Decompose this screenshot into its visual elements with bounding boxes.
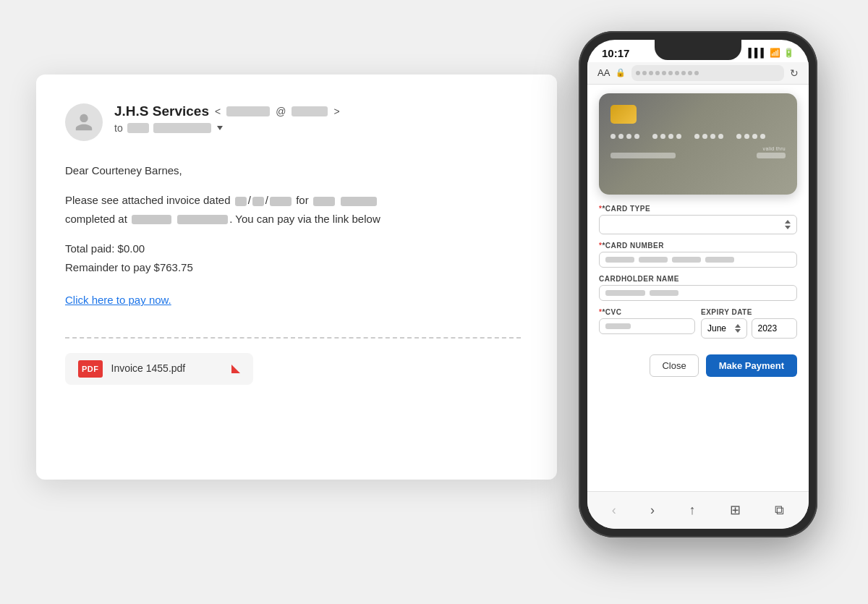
browser-bar: AA 🔒 — [587, 62, 809, 85]
url-dot-1 — [636, 71, 640, 75]
expiry-group: EXPIRY DATE June — [701, 308, 797, 339]
card-chip-icon — [610, 105, 637, 124]
pay-link[interactable]: Click here to pay now. — [65, 291, 171, 310]
email-para1: Please see attached invoice dated // for… — [65, 191, 521, 228]
month-arrow-down-icon — [735, 329, 741, 333]
redact-work1 — [313, 197, 335, 206]
url-dot-7 — [675, 71, 679, 75]
cardholder-redact-1 — [605, 290, 645, 296]
cardholder-group: CARDHOLDER NAME — [599, 275, 797, 301]
expiry-month-select[interactable]: June — [701, 318, 747, 339]
email-greeting: Dear Courteney Barnes, — [65, 161, 521, 180]
close-button[interactable]: Close — [650, 354, 698, 377]
card-dot-1 — [610, 134, 616, 139]
card-dot-16 — [760, 134, 765, 139]
nav-bookmarks-icon[interactable]: ⊞ — [730, 502, 741, 518]
to-label: to — [114, 122, 123, 134]
cardholder-input[interactable] — [599, 285, 797, 301]
expiry-year-value: 2023 — [758, 323, 778, 333]
redacted-to-name-2 — [153, 123, 211, 133]
person-icon — [74, 112, 94, 132]
redacted-email-domain — [292, 106, 328, 116]
payment-buttons: Close Make Payment — [599, 354, 797, 377]
card-bottom: valid thru — [610, 146, 786, 158]
battery-icon: 🔋 — [783, 48, 794, 58]
avatar — [65, 103, 103, 141]
card-dot-7 — [668, 134, 673, 139]
email-card: J.H.S Services < @ > to Dear Courteney B… — [36, 75, 557, 480]
url-dot-4 — [655, 71, 660, 75]
card-number-dots — [610, 134, 786, 139]
card-valid-label: valid thru — [757, 146, 786, 151]
pdf-attachment[interactable]: PDF Invoice 1455.pdf — [65, 353, 253, 386]
remainder-line: Remainder to pay $763.75 — [65, 258, 521, 277]
card-num-redact-4 — [705, 257, 734, 263]
dropdown-arrow-icon[interactable] — [217, 126, 223, 130]
browser-lock-icon: 🔒 — [616, 68, 626, 77]
card-valid-bar — [757, 153, 786, 158]
nav-tabs-icon[interactable]: ⧉ — [775, 503, 784, 518]
cvc-expiry-row: **CVC EXPIRY DATE June — [599, 308, 797, 346]
expiry-month-arrows — [735, 324, 741, 333]
card-type-group: **CARD TYPE — [599, 205, 797, 234]
email-from-row: J.H.S Services < @ > — [114, 103, 521, 119]
pdf-filename: Invoice 1455.pdf — [111, 360, 186, 378]
arrow-down-icon — [785, 226, 791, 229]
url-dot-5 — [662, 71, 666, 75]
url-dot-8 — [681, 71, 686, 75]
browser-url-bar[interactable] — [631, 65, 784, 81]
nav-back-icon[interactable]: ‹ — [612, 503, 616, 518]
cvc-label: **CVC — [599, 308, 695, 316]
card-type-arrows — [785, 220, 791, 229]
cardholder-label: CARDHOLDER NAME — [599, 275, 797, 283]
url-redacted — [636, 71, 699, 75]
expiry-label: EXPIRY DATE — [701, 308, 797, 316]
redacted-to-name-1 — [127, 123, 149, 133]
card-type-select[interactable] — [599, 215, 797, 234]
email-to-row: to — [114, 122, 521, 134]
phone-inner: 10:17 ▌▌▌ 📶 🔋 AA 🔒 — [587, 40, 809, 529]
card-dot-3 — [626, 134, 631, 139]
expiry-month-value: June — [707, 323, 726, 333]
scene: J.H.S Services < @ > to Dear Courteney B… — [36, 31, 832, 574]
url-dot-10 — [694, 71, 699, 75]
phone-outer: 10:17 ▌▌▌ 📶 🔋 AA 🔒 — [579, 31, 817, 537]
redact-date-d — [235, 197, 247, 206]
card-num-redact-2 — [639, 257, 668, 263]
nav-share-icon[interactable]: ↑ — [689, 503, 695, 518]
card-num-redact-1 — [605, 257, 634, 263]
expiry-year-input[interactable]: 2023 — [752, 318, 798, 339]
cvc-redact — [605, 323, 631, 329]
card-dot-11 — [710, 134, 715, 139]
phone-mockup: 10:17 ▌▌▌ 📶 🔋 AA 🔒 — [579, 31, 817, 537]
card-dot-15 — [752, 134, 757, 139]
cvc-input[interactable] — [599, 318, 695, 334]
url-dot-2 — [642, 71, 647, 75]
card-dot-13 — [736, 134, 741, 139]
sender-name: J.H.S Services — [114, 103, 209, 119]
redact-date-m — [252, 197, 264, 206]
card-dot-4 — [634, 134, 639, 139]
card-dot-14 — [744, 134, 749, 139]
make-payment-button[interactable]: Make Payment — [706, 354, 797, 377]
card-valid-block: valid thru — [757, 146, 786, 158]
card-num-redact-3 — [672, 257, 701, 263]
browser-nav: ‹ › ↑ ⊞ ⧉ — [587, 491, 809, 529]
browser-aa-button[interactable]: AA — [597, 67, 610, 78]
card-number-input[interactable] — [599, 252, 797, 268]
card-dot-8 — [676, 134, 681, 139]
phone-notch — [655, 40, 741, 60]
url-dot-9 — [688, 71, 692, 75]
signal-icon: ▌▌▌ — [748, 48, 767, 58]
status-icons: ▌▌▌ 📶 🔋 — [748, 48, 794, 58]
url-dot-3 — [649, 71, 653, 75]
redacted-email-user — [226, 106, 270, 116]
browser-refresh-icon[interactable]: ↻ — [790, 67, 799, 79]
email-header: J.H.S Services < @ > to — [65, 103, 521, 141]
nav-forward-icon[interactable]: › — [650, 503, 655, 518]
redact-addr1 — [132, 215, 171, 224]
card-dot-gap-1 — [642, 134, 650, 139]
pdf-corner-decoration — [231, 365, 240, 373]
card-type-label: **CARD TYPE — [599, 205, 797, 213]
expiry-inputs: June 2023 — [701, 318, 797, 339]
